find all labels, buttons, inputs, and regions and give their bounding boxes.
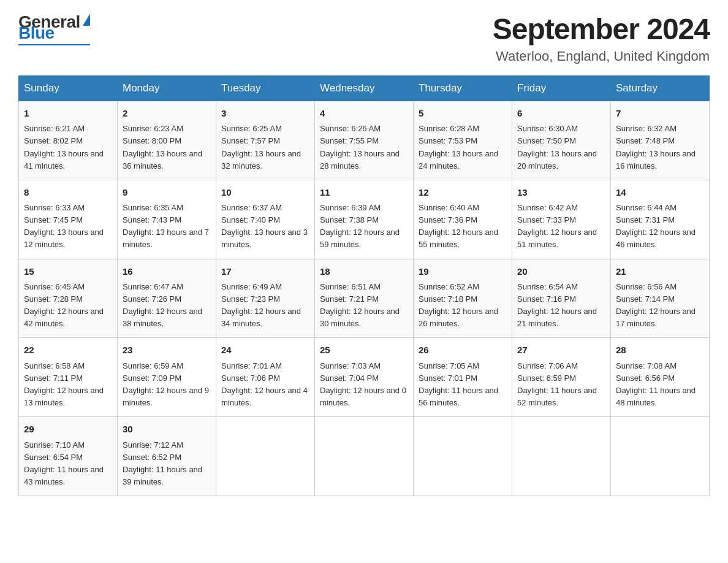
day-number: 29 <box>24 422 112 436</box>
day-info: Sunrise: 7:10 AMSunset: 6:54 PMDaylight:… <box>24 439 112 489</box>
day-number: 6 <box>517 106 605 120</box>
day-number: 25 <box>320 343 408 357</box>
day-info: Sunrise: 6:52 AMSunset: 7:18 PMDaylight:… <box>419 281 507 331</box>
calendar-cell: 30Sunrise: 7:12 AMSunset: 6:52 PMDayligh… <box>118 417 216 496</box>
calendar-week-row: 15Sunrise: 6:45 AMSunset: 7:28 PMDayligh… <box>19 259 710 338</box>
calendar-cell: 9Sunrise: 6:35 AMSunset: 7:43 PMDaylight… <box>118 180 216 259</box>
calendar-cell: 4Sunrise: 6:26 AMSunset: 7:55 PMDaylight… <box>315 101 414 180</box>
calendar-week-row: 29Sunrise: 7:10 AMSunset: 6:54 PMDayligh… <box>19 417 710 496</box>
calendar-cell: 17Sunrise: 6:49 AMSunset: 7:23 PMDayligh… <box>216 259 315 338</box>
day-number: 15 <box>24 264 112 278</box>
calendar-week-row: 1Sunrise: 6:21 AMSunset: 8:02 PMDaylight… <box>19 101 710 180</box>
day-info: Sunrise: 6:45 AMSunset: 7:28 PMDaylight:… <box>24 281 112 331</box>
calendar-cell: 12Sunrise: 6:40 AMSunset: 7:36 PMDayligh… <box>414 180 512 259</box>
day-info: Sunrise: 7:06 AMSunset: 6:59 PMDaylight:… <box>517 360 605 410</box>
day-info: Sunrise: 6:35 AMSunset: 7:43 PMDaylight:… <box>123 202 211 251</box>
day-number: 11 <box>320 185 408 199</box>
day-number: 12 <box>419 185 507 199</box>
day-info: Sunrise: 6:21 AMSunset: 8:02 PMDaylight:… <box>24 123 112 172</box>
day-info: Sunrise: 6:54 AMSunset: 7:16 PMDaylight:… <box>517 281 605 331</box>
day-number: 24 <box>221 343 309 357</box>
calendar-cell: 3Sunrise: 6:25 AMSunset: 7:57 PMDaylight… <box>216 101 315 180</box>
calendar-cell: 14Sunrise: 6:44 AMSunset: 7:31 PMDayligh… <box>611 180 710 259</box>
day-number: 7 <box>616 106 704 120</box>
calendar-cell <box>611 417 710 496</box>
day-number: 27 <box>517 343 605 357</box>
day-number: 16 <box>123 264 211 278</box>
day-number: 13 <box>517 185 605 199</box>
day-number: 8 <box>24 185 112 199</box>
day-info: Sunrise: 6:26 AMSunset: 7:55 PMDaylight:… <box>320 123 408 172</box>
weekday-header-tuesday: Tuesday <box>216 76 315 101</box>
calendar-cell: 8Sunrise: 6:33 AMSunset: 7:45 PMDaylight… <box>19 180 118 259</box>
day-number: 3 <box>221 106 309 120</box>
calendar-cell: 20Sunrise: 6:54 AMSunset: 7:16 PMDayligh… <box>512 259 611 338</box>
day-info: Sunrise: 7:12 AMSunset: 6:52 PMDaylight:… <box>123 439 211 489</box>
calendar-cell: 27Sunrise: 7:06 AMSunset: 6:59 PMDayligh… <box>512 338 611 417</box>
day-info: Sunrise: 6:39 AMSunset: 7:38 PMDaylight:… <box>320 202 408 251</box>
calendar-cell: 26Sunrise: 7:05 AMSunset: 7:01 PMDayligh… <box>414 338 512 417</box>
calendar-header-row: SundayMondayTuesdayWednesdayThursdayFrid… <box>19 76 710 101</box>
day-info: Sunrise: 6:28 AMSunset: 7:53 PMDaylight:… <box>419 123 507 172</box>
day-info: Sunrise: 6:30 AMSunset: 7:50 PMDaylight:… <box>517 123 605 172</box>
day-number: 18 <box>320 264 408 278</box>
day-number: 17 <box>221 264 309 278</box>
day-number: 28 <box>616 343 704 357</box>
calendar-cell: 24Sunrise: 7:01 AMSunset: 7:06 PMDayligh… <box>216 338 315 417</box>
calendar-week-row: 8Sunrise: 6:33 AMSunset: 7:45 PMDaylight… <box>19 180 710 259</box>
day-info: Sunrise: 6:25 AMSunset: 7:57 PMDaylight:… <box>221 123 309 172</box>
calendar-cell: 18Sunrise: 6:51 AMSunset: 7:21 PMDayligh… <box>315 259 414 338</box>
calendar-cell: 22Sunrise: 6:58 AMSunset: 7:11 PMDayligh… <box>19 338 118 417</box>
weekday-header-sunday: Sunday <box>19 76 118 101</box>
day-number: 1 <box>24 106 112 120</box>
calendar-cell <box>512 417 611 496</box>
day-info: Sunrise: 6:42 AMSunset: 7:33 PMDaylight:… <box>517 202 605 251</box>
logo-underline <box>18 44 90 45</box>
logo-blue-text: Blue <box>18 23 55 43</box>
title-block: September 2024 Waterloo, England, United… <box>493 12 710 64</box>
day-info: Sunrise: 6:58 AMSunset: 7:11 PMDaylight:… <box>24 360 112 410</box>
calendar-cell: 1Sunrise: 6:21 AMSunset: 8:02 PMDaylight… <box>19 101 118 180</box>
day-info: Sunrise: 7:01 AMSunset: 7:06 PMDaylight:… <box>221 360 309 410</box>
calendar-cell <box>414 417 512 496</box>
day-info: Sunrise: 6:51 AMSunset: 7:21 PMDaylight:… <box>320 281 408 331</box>
logo: General Blue <box>18 12 90 45</box>
calendar-cell: 16Sunrise: 6:47 AMSunset: 7:26 PMDayligh… <box>118 259 216 338</box>
weekday-header-friday: Friday <box>512 76 611 101</box>
day-info: Sunrise: 6:47 AMSunset: 7:26 PMDaylight:… <box>123 281 211 331</box>
day-info: Sunrise: 6:37 AMSunset: 7:40 PMDaylight:… <box>221 202 309 251</box>
calendar-cell <box>315 417 414 496</box>
day-number: 20 <box>517 264 605 278</box>
location-title: Waterloo, England, United Kingdom <box>493 48 710 64</box>
day-info: Sunrise: 6:23 AMSunset: 8:00 PMDaylight:… <box>123 123 211 172</box>
day-info: Sunrise: 6:56 AMSunset: 7:14 PMDaylight:… <box>616 281 704 331</box>
calendar-cell: 10Sunrise: 6:37 AMSunset: 7:40 PMDayligh… <box>216 180 315 259</box>
day-number: 14 <box>616 185 704 199</box>
day-info: Sunrise: 7:05 AMSunset: 7:01 PMDaylight:… <box>419 360 507 410</box>
calendar-week-row: 22Sunrise: 6:58 AMSunset: 7:11 PMDayligh… <box>19 338 710 417</box>
weekday-header-saturday: Saturday <box>611 76 710 101</box>
day-number: 30 <box>123 422 211 436</box>
calendar-cell: 11Sunrise: 6:39 AMSunset: 7:38 PMDayligh… <box>315 180 414 259</box>
weekday-header-wednesday: Wednesday <box>315 76 414 101</box>
logo-triangle-icon <box>83 13 90 26</box>
weekday-header-thursday: Thursday <box>414 76 512 101</box>
day-number: 23 <box>123 343 211 357</box>
day-info: Sunrise: 6:59 AMSunset: 7:09 PMDaylight:… <box>123 360 211 410</box>
day-number: 10 <box>221 185 309 199</box>
calendar-cell: 25Sunrise: 7:03 AMSunset: 7:04 PMDayligh… <box>315 338 414 417</box>
calendar-cell <box>216 417 315 496</box>
calendar-cell: 21Sunrise: 6:56 AMSunset: 7:14 PMDayligh… <box>611 259 710 338</box>
calendar-cell: 15Sunrise: 6:45 AMSunset: 7:28 PMDayligh… <box>19 259 118 338</box>
calendar-cell: 29Sunrise: 7:10 AMSunset: 6:54 PMDayligh… <box>19 417 118 496</box>
day-info: Sunrise: 6:44 AMSunset: 7:31 PMDaylight:… <box>616 202 704 251</box>
calendar-cell: 28Sunrise: 7:08 AMSunset: 6:56 PMDayligh… <box>611 338 710 417</box>
day-number: 22 <box>24 343 112 357</box>
day-number: 2 <box>123 106 211 120</box>
day-info: Sunrise: 6:32 AMSunset: 7:48 PMDaylight:… <box>616 123 704 172</box>
day-info: Sunrise: 6:40 AMSunset: 7:36 PMDaylight:… <box>419 202 507 251</box>
weekday-header-monday: Monday <box>118 76 216 101</box>
calendar-cell: 2Sunrise: 6:23 AMSunset: 8:00 PMDaylight… <box>118 101 216 180</box>
month-title: September 2024 <box>493 12 710 46</box>
day-number: 26 <box>419 343 507 357</box>
